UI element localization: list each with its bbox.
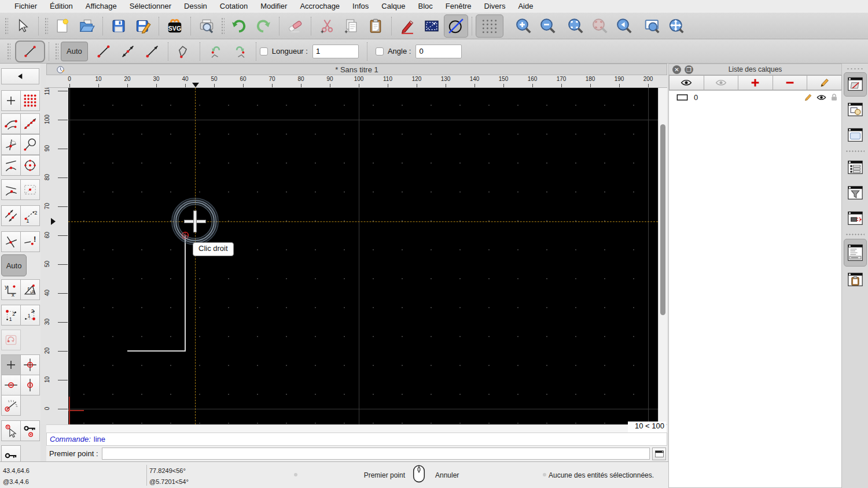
command-input[interactable] (102, 448, 650, 460)
lock-relative-zero-button[interactable] (20, 420, 40, 441)
menu-fichier[interactable]: Fichier (8, 0, 43, 13)
show-all-layers-button[interactable] (669, 75, 704, 90)
line-one-direction-button[interactable] (140, 40, 164, 63)
angle-gauge-button[interactable] (1, 395, 21, 416)
snap-relative-points-button[interactable]: 12 (20, 205, 40, 226)
length-checkbox[interactable] (260, 47, 268, 56)
drawing-window-titlebar[interactable]: * Sans titre 1 (46, 64, 667, 75)
angle-input[interactable] (415, 45, 462, 58)
dock-layer-list-button[interactable] (844, 72, 867, 97)
menu-selectionner[interactable]: Sélectionner (123, 0, 178, 13)
draft-mode-button[interactable] (444, 14, 468, 38)
relative-point-2-button[interactable]: 12 (20, 305, 40, 326)
snap-parallel-button[interactable] (1, 205, 21, 226)
dock-clipboard-button[interactable] (844, 268, 867, 292)
snap-endpoints-button[interactable] (1, 113, 21, 134)
menu-bloc[interactable]: Bloc (411, 0, 439, 13)
dock-entity-list-button[interactable] (844, 156, 867, 180)
undo-button[interactable] (227, 14, 251, 38)
remove-layer-button[interactable] (773, 75, 808, 90)
toolbar-handle[interactable] (5, 17, 8, 35)
two-points-line-button[interactable] (91, 40, 116, 63)
dock-library-browser-button[interactable] (844, 123, 867, 147)
selection-pointer-button[interactable] (10, 14, 35, 38)
cut-button[interactable] (315, 14, 339, 38)
menu-aide[interactable]: Aide (512, 0, 539, 13)
set-reference-point-button[interactable] (20, 354, 40, 375)
toolbar-handle[interactable] (221, 17, 225, 35)
undo-segment-button[interactable] (204, 40, 228, 63)
edit-layer-button[interactable] (807, 75, 842, 90)
relative-point-1-button[interactable]: 12 (1, 305, 21, 326)
menu-affichage[interactable]: Affichage (79, 0, 123, 13)
dock-pen-wizard-button[interactable] (844, 206, 867, 231)
snap-intersection-button[interactable] (1, 231, 21, 252)
dock-command-widget-button[interactable] (844, 239, 867, 267)
selection-window-button[interactable] (420, 14, 444, 38)
add-layer-button[interactable] (738, 75, 773, 90)
zoom-out-button[interactable] (536, 14, 560, 38)
snap-tangent-button[interactable] (20, 134, 40, 155)
polyline-button[interactable] (172, 40, 196, 63)
zoom-auto-button[interactable] (564, 14, 588, 38)
restrict-horizontal-button[interactable] (1, 375, 21, 395)
auto-snap-mode-button[interactable]: Auto (61, 42, 88, 61)
open-drawing-button[interactable] (75, 14, 99, 38)
restrict-nothing-button[interactable] (1, 354, 21, 375)
pan-zoom-button[interactable] (664, 14, 689, 38)
export-svg-button[interactable]: SVG (163, 14, 187, 38)
edit-entity-pen-button[interactable] (395, 14, 420, 38)
snap-bounding-button[interactable] (20, 179, 40, 200)
menu-calque[interactable]: Calque (375, 0, 411, 13)
copy-button[interactable] (339, 14, 363, 38)
menu-cotation[interactable]: Cotation (214, 0, 254, 13)
dock-filter-button[interactable] (844, 181, 867, 205)
dock-block-list-button[interactable] (844, 98, 867, 122)
print-preview-button[interactable] (194, 14, 219, 38)
hide-all-layers-button[interactable] (704, 75, 739, 90)
new-drawing-button[interactable] (50, 14, 75, 38)
horizontal-scrollbar[interactable]: 10 < 100 (46, 424, 667, 432)
snap-middle-button[interactable] (1, 179, 21, 200)
snap-perpendicular-button[interactable] (1, 134, 21, 155)
layer-row[interactable]: 0 (669, 91, 841, 103)
toolbar-handle[interactable] (847, 66, 863, 71)
zoom-in-button[interactable] (512, 14, 536, 38)
angle-checkbox[interactable] (376, 47, 384, 56)
zoom-selected-button[interactable] (588, 14, 612, 38)
layer-lock-icon[interactable] (830, 93, 838, 101)
vertical-scrollbar[interactable] (658, 88, 667, 424)
menu-modifier[interactable]: Modifier (254, 0, 293, 13)
active-tool-indicator[interactable] (15, 40, 45, 62)
menu-accrochage[interactable]: Accrochage (293, 0, 346, 13)
command-dock-toggle-button[interactable] (652, 448, 666, 460)
save-button[interactable] (106, 14, 131, 38)
snap-intersection-manual-button[interactable]: ! (20, 231, 40, 252)
drawing-canvas[interactable]: Clic droit (68, 88, 658, 424)
menu-dessin[interactable]: Dessin (178, 0, 214, 13)
toolbar-handle[interactable] (45, 17, 48, 35)
snap-center-button[interactable] (20, 155, 40, 176)
toolbar-handle[interactable] (55, 43, 58, 60)
toolbar-handle[interactable] (7, 43, 10, 60)
delete-entities-button[interactable] (283, 14, 307, 38)
coordinate-cartesian-button[interactable]: yx (1, 279, 21, 300)
snap-auto-button[interactable]: Auto (1, 254, 27, 276)
vertical-scrollbar-thumb[interactable] (660, 124, 665, 315)
redo-button[interactable] (251, 14, 275, 38)
pick-reference-button[interactable] (1, 420, 21, 441)
menu-fenetre[interactable]: Fenêtre (439, 0, 478, 13)
snap-nearest-button[interactable] (1, 155, 21, 176)
line-both-directions-button[interactable] (116, 40, 140, 63)
snap-on-entity-button[interactable] (20, 113, 40, 134)
redo-segment-button[interactable] (228, 40, 252, 63)
menu-divers[interactable]: Divers (478, 0, 512, 13)
zoom-window-button[interactable] (640, 14, 664, 38)
restrict-lock-button[interactable] (1, 330, 21, 350)
layer-visibility-icon[interactable] (816, 94, 826, 101)
save-as-button[interactable] (131, 14, 155, 38)
menu-edition[interactable]: Édition (43, 0, 79, 13)
coordinate-polar-button[interactable]: ra (20, 279, 40, 300)
menu-infos[interactable]: Infos (346, 0, 375, 13)
layer-edit-pencil-icon[interactable] (804, 93, 812, 102)
